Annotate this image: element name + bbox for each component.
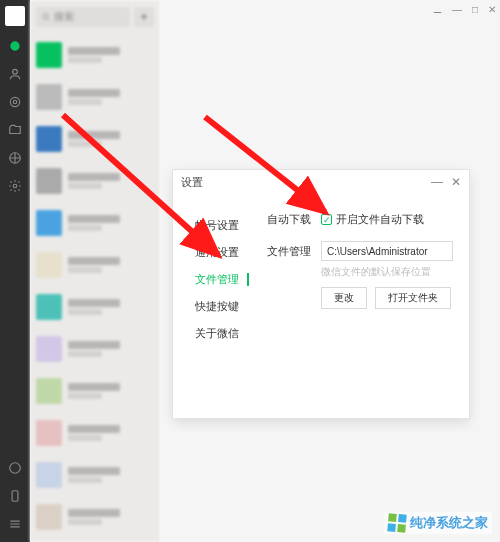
open-folder-button[interactable]: 打开文件夹 — [375, 287, 451, 309]
maximize-button[interactable]: □ — [472, 4, 478, 15]
settings-nav-files[interactable]: 文件管理 — [173, 266, 249, 293]
window-controls: ⚊ — □ ✕ — [433, 4, 496, 15]
button-row: 更改 打开文件夹 — [321, 287, 453, 309]
chat-list-item[interactable] — [30, 496, 160, 538]
svg-point-6 — [10, 463, 21, 474]
menu-icon[interactable] — [7, 516, 23, 532]
favorites-icon[interactable] — [7, 94, 23, 110]
minimize-button[interactable]: — — [452, 4, 462, 15]
files-icon[interactable] — [7, 122, 23, 138]
svg-point-0 — [10, 41, 19, 50]
phone-icon[interactable] — [7, 488, 23, 504]
auto-download-row: 自动下载 ✓ 开启文件自动下载 — [267, 212, 453, 227]
svg-rect-7 — [12, 491, 18, 502]
settings-title: 设置 — [181, 175, 203, 190]
settings-dialog: 设置 — ✕ 帐号设置 通用设置 文件管理 快捷按键 关于微信 自动下载 ✓ 开… — [173, 170, 469, 418]
search-placeholder: 搜索 — [54, 10, 74, 24]
chat-list-item[interactable] — [30, 160, 160, 202]
chat-list-item[interactable] — [30, 34, 160, 76]
nav-rail — [0, 0, 30, 542]
watermark-text: 纯净系统之家 — [410, 514, 488, 532]
moments-icon[interactable] — [7, 150, 23, 166]
close-button[interactable]: ✕ — [488, 4, 496, 15]
chat-list-panel: 搜索 + — [30, 0, 160, 542]
svg-point-2 — [10, 97, 19, 106]
chat-list — [30, 34, 160, 542]
settings-gear-icon[interactable] — [7, 178, 23, 194]
chat-list-item[interactable] — [30, 538, 160, 542]
chat-list-item[interactable] — [30, 118, 160, 160]
settings-nav-account[interactable]: 帐号设置 — [173, 212, 249, 239]
check-icon: ✓ — [321, 214, 332, 225]
settings-sidebar: 帐号设置 通用设置 文件管理 快捷按键 关于微信 — [173, 194, 249, 418]
file-path-row: 文件管理 C:\Users\Administrator — [267, 241, 453, 261]
chat-list-item[interactable] — [30, 370, 160, 412]
chat-list-item[interactable] — [30, 454, 160, 496]
auto-download-checkbox[interactable]: ✓ 开启文件自动下载 — [321, 212, 424, 227]
svg-point-5 — [13, 184, 17, 188]
file-path-input[interactable]: C:\Users\Administrator — [321, 241, 453, 261]
settings-title-bar: 设置 — ✕ — [173, 170, 469, 194]
settings-close-button[interactable]: ✕ — [451, 175, 461, 189]
chat-list-item[interactable] — [30, 244, 160, 286]
settings-nav-about[interactable]: 关于微信 — [173, 320, 249, 347]
user-avatar[interactable] — [5, 6, 25, 26]
change-path-button[interactable]: 更改 — [321, 287, 367, 309]
chat-list-item[interactable] — [30, 202, 160, 244]
chat-tab-icon[interactable] — [7, 38, 23, 54]
search-input[interactable]: 搜索 — [36, 7, 130, 27]
file-path-helper: 微信文件的默认保存位置 — [321, 265, 453, 279]
contacts-icon[interactable] — [7, 66, 23, 82]
auto-download-text: 开启文件自动下载 — [336, 212, 424, 227]
svg-point-3 — [13, 100, 17, 104]
chat-list-item[interactable] — [30, 286, 160, 328]
nav-bottom — [7, 460, 23, 542]
chat-list-item[interactable] — [30, 412, 160, 454]
search-row: 搜索 + — [30, 0, 160, 34]
svg-point-8 — [43, 14, 48, 19]
chat-list-item[interactable] — [30, 76, 160, 118]
chat-list-item[interactable] — [30, 328, 160, 370]
settings-nav-shortcut[interactable]: 快捷按键 — [173, 293, 249, 320]
settings-body: 帐号设置 通用设置 文件管理 快捷按键 关于微信 自动下载 ✓ 开启文件自动下载… — [173, 194, 469, 418]
file-manage-label: 文件管理 — [267, 244, 311, 259]
pin-button[interactable]: ⚊ — [433, 4, 442, 15]
search-icon — [41, 12, 51, 22]
svg-point-1 — [13, 69, 18, 74]
start-chat-button[interactable]: + — [134, 7, 154, 27]
auto-download-label: 自动下载 — [267, 212, 311, 227]
miniprogram-icon[interactable] — [7, 460, 23, 476]
file-path-value: C:\Users\Administrator — [327, 246, 428, 257]
watermark-logo-icon — [387, 513, 407, 533]
settings-nav-general[interactable]: 通用设置 — [173, 239, 249, 266]
settings-content-panel: 自动下载 ✓ 开启文件自动下载 文件管理 C:\Users\Administra… — [249, 194, 469, 418]
settings-minimize-button[interactable]: — — [431, 175, 443, 189]
watermark: 纯净系统之家 — [384, 512, 492, 534]
